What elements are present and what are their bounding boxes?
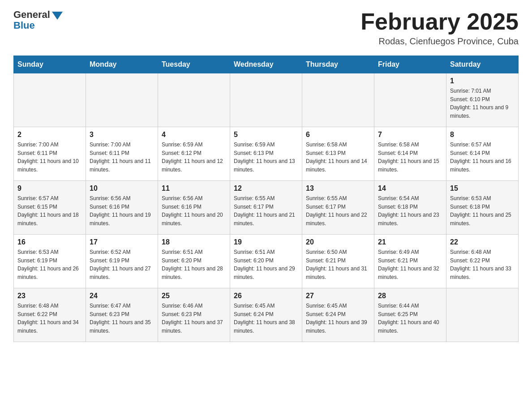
day-info: Sunrise: 6:58 AM Sunset: 6:13 PM Dayligh… (306, 141, 370, 174)
calendar-cell: 22Sunrise: 6:48 AM Sunset: 6:22 PM Dayli… (446, 235, 519, 288)
calendar-cell: 28Sunrise: 6:44 AM Sunset: 6:25 PM Dayli… (374, 288, 446, 342)
day-number: 1 (450, 77, 515, 85)
day-number: 8 (450, 131, 515, 139)
calendar-cell: 20Sunrise: 6:50 AM Sunset: 6:21 PM Dayli… (302, 235, 374, 288)
day-info: Sunrise: 6:53 AM Sunset: 6:18 PM Dayligh… (450, 194, 515, 227)
calendar-header: Sunday Monday Tuesday Wednesday Thursday… (14, 56, 519, 73)
day-number: 14 (378, 184, 442, 193)
day-info: Sunrise: 6:54 AM Sunset: 6:18 PM Dayligh… (378, 194, 442, 227)
calendar-week-1: 1Sunrise: 7:01 AM Sunset: 6:10 PM Daylig… (14, 73, 519, 127)
day-info: Sunrise: 6:45 AM Sunset: 6:24 PM Dayligh… (306, 302, 370, 335)
day-number: 16 (17, 238, 82, 246)
day-info: Sunrise: 6:51 AM Sunset: 6:20 PM Dayligh… (162, 248, 226, 281)
title-section: February 2025 Rodas, Cienfuegos Province… (360, 9, 519, 47)
day-number: 24 (90, 292, 154, 300)
calendar-cell: 26Sunrise: 6:45 AM Sunset: 6:24 PM Dayli… (230, 288, 302, 342)
calendar-cell: 7Sunrise: 6:58 AM Sunset: 6:14 PM Daylig… (374, 127, 446, 181)
col-tuesday: Tuesday (158, 56, 230, 73)
day-info: Sunrise: 6:44 AM Sunset: 6:25 PM Dayligh… (378, 302, 442, 335)
day-info: Sunrise: 6:50 AM Sunset: 6:21 PM Dayligh… (306, 248, 370, 281)
day-info: Sunrise: 6:58 AM Sunset: 6:14 PM Dayligh… (378, 141, 442, 174)
day-number: 26 (234, 292, 298, 300)
col-thursday: Thursday (302, 56, 374, 73)
logo-triangle-icon (52, 12, 63, 20)
day-info: Sunrise: 6:57 AM Sunset: 6:14 PM Dayligh… (450, 141, 515, 174)
location-subtitle: Rodas, Cienfuegos Province, Cuba (360, 36, 519, 47)
page-header: General Blue February 2025 Rodas, Cienfu… (13, 9, 519, 47)
month-title: February 2025 (360, 9, 519, 34)
calendar-table: Sunday Monday Tuesday Wednesday Thursday… (13, 56, 519, 342)
calendar-cell: 2Sunrise: 7:00 AM Sunset: 6:11 PM Daylig… (14, 127, 86, 181)
day-info: Sunrise: 6:52 AM Sunset: 6:19 PM Dayligh… (90, 248, 154, 281)
day-number: 6 (306, 131, 370, 139)
calendar-cell (86, 73, 158, 127)
day-number: 23 (17, 292, 82, 300)
day-info: Sunrise: 6:59 AM Sunset: 6:13 PM Dayligh… (234, 141, 298, 174)
day-info: Sunrise: 6:53 AM Sunset: 6:19 PM Dayligh… (17, 248, 82, 281)
calendar-cell: 8Sunrise: 6:57 AM Sunset: 6:14 PM Daylig… (446, 127, 519, 181)
day-number: 9 (17, 184, 82, 193)
calendar-cell: 19Sunrise: 6:51 AM Sunset: 6:20 PM Dayli… (230, 235, 302, 288)
calendar-body: 1Sunrise: 7:01 AM Sunset: 6:10 PM Daylig… (14, 73, 519, 342)
day-number: 17 (90, 238, 154, 246)
day-number: 12 (234, 184, 298, 193)
calendar-cell: 14Sunrise: 6:54 AM Sunset: 6:18 PM Dayli… (374, 181, 446, 235)
col-sunday: Sunday (14, 56, 86, 73)
day-info: Sunrise: 6:48 AM Sunset: 6:22 PM Dayligh… (450, 248, 515, 281)
calendar-cell: 21Sunrise: 6:49 AM Sunset: 6:21 PM Dayli… (374, 235, 446, 288)
day-number: 15 (450, 184, 515, 193)
day-number: 28 (378, 292, 442, 300)
day-number: 7 (378, 131, 442, 139)
day-number: 27 (306, 292, 370, 300)
calendar-cell: 6Sunrise: 6:58 AM Sunset: 6:13 PM Daylig… (302, 127, 374, 181)
day-info: Sunrise: 6:49 AM Sunset: 6:21 PM Dayligh… (378, 248, 442, 281)
calendar-cell: 12Sunrise: 6:55 AM Sunset: 6:17 PM Dayli… (230, 181, 302, 235)
day-info: Sunrise: 6:46 AM Sunset: 6:23 PM Dayligh… (162, 302, 226, 335)
day-info: Sunrise: 6:55 AM Sunset: 6:17 PM Dayligh… (234, 194, 298, 227)
day-number: 19 (234, 238, 298, 246)
calendar-cell: 11Sunrise: 6:56 AM Sunset: 6:16 PM Dayli… (158, 181, 230, 235)
calendar-week-4: 16Sunrise: 6:53 AM Sunset: 6:19 PM Dayli… (14, 235, 519, 288)
day-number: 4 (162, 131, 226, 139)
calendar-week-2: 2Sunrise: 7:00 AM Sunset: 6:11 PM Daylig… (14, 127, 519, 181)
day-info: Sunrise: 6:55 AM Sunset: 6:17 PM Dayligh… (306, 194, 370, 227)
calendar-cell: 5Sunrise: 6:59 AM Sunset: 6:13 PM Daylig… (230, 127, 302, 181)
col-wednesday: Wednesday (230, 56, 302, 73)
day-number: 3 (90, 131, 154, 139)
day-number: 2 (17, 131, 82, 139)
day-info: Sunrise: 6:48 AM Sunset: 6:22 PM Dayligh… (17, 302, 82, 335)
logo-general-text: General (13, 9, 50, 21)
calendar-cell (374, 73, 446, 127)
calendar-cell (302, 73, 374, 127)
day-info: Sunrise: 6:47 AM Sunset: 6:23 PM Dayligh… (90, 302, 154, 335)
calendar-cell (14, 73, 86, 127)
col-saturday: Saturday (446, 56, 519, 73)
day-info: Sunrise: 7:01 AM Sunset: 6:10 PM Dayligh… (450, 87, 515, 120)
calendar-cell: 17Sunrise: 6:52 AM Sunset: 6:19 PM Dayli… (86, 235, 158, 288)
day-info: Sunrise: 6:56 AM Sunset: 6:16 PM Dayligh… (162, 194, 226, 227)
day-number: 18 (162, 238, 226, 246)
day-info: Sunrise: 6:56 AM Sunset: 6:16 PM Dayligh… (90, 194, 154, 227)
day-number: 13 (306, 184, 370, 193)
calendar-cell: 4Sunrise: 6:59 AM Sunset: 6:12 PM Daylig… (158, 127, 230, 181)
header-row: Sunday Monday Tuesday Wednesday Thursday… (14, 56, 519, 73)
calendar-cell: 15Sunrise: 6:53 AM Sunset: 6:18 PM Dayli… (446, 181, 519, 235)
day-info: Sunrise: 7:00 AM Sunset: 6:11 PM Dayligh… (90, 141, 154, 174)
calendar-cell: 25Sunrise: 6:46 AM Sunset: 6:23 PM Dayli… (158, 288, 230, 342)
calendar-week-3: 9Sunrise: 6:57 AM Sunset: 6:15 PM Daylig… (14, 181, 519, 235)
logo-blue-text: Blue (13, 20, 35, 31)
day-info: Sunrise: 6:45 AM Sunset: 6:24 PM Dayligh… (234, 302, 298, 335)
day-number: 10 (90, 184, 154, 193)
calendar-cell (230, 73, 302, 127)
calendar-cell: 9Sunrise: 6:57 AM Sunset: 6:15 PM Daylig… (14, 181, 86, 235)
day-number: 11 (162, 184, 226, 193)
day-number: 25 (162, 292, 226, 300)
calendar-cell: 16Sunrise: 6:53 AM Sunset: 6:19 PM Dayli… (14, 235, 86, 288)
day-info: Sunrise: 6:59 AM Sunset: 6:12 PM Dayligh… (162, 141, 226, 174)
day-number: 5 (234, 131, 298, 139)
calendar-cell: 3Sunrise: 7:00 AM Sunset: 6:11 PM Daylig… (86, 127, 158, 181)
calendar-cell: 10Sunrise: 6:56 AM Sunset: 6:16 PM Dayli… (86, 181, 158, 235)
calendar-cell: 23Sunrise: 6:48 AM Sunset: 6:22 PM Dayli… (14, 288, 86, 342)
day-info: Sunrise: 6:57 AM Sunset: 6:15 PM Dayligh… (17, 194, 82, 227)
day-info: Sunrise: 7:00 AM Sunset: 6:11 PM Dayligh… (17, 141, 82, 174)
